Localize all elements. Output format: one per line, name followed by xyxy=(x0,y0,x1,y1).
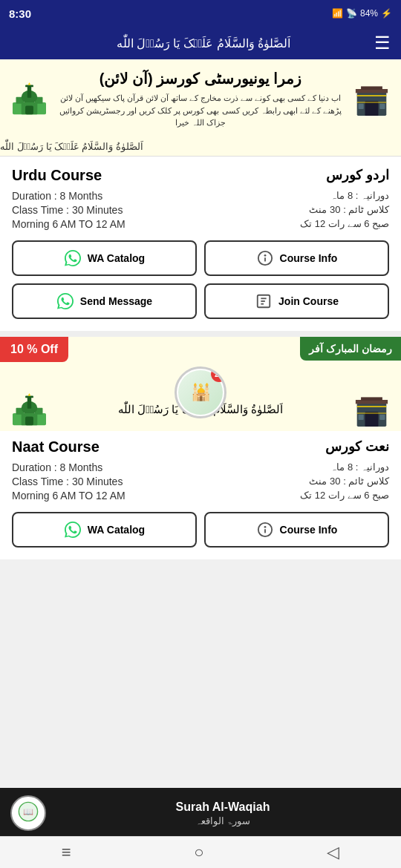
naat-whatsapp-icon xyxy=(64,521,82,539)
nav-menu-icon[interactable]: ≡ xyxy=(62,843,71,862)
svg-rect-8 xyxy=(25,106,33,115)
svg-rect-5 xyxy=(25,85,33,88)
player-title: Surah Al-Waqiah xyxy=(55,800,391,814)
naat-course-title-ur: نعت کورس xyxy=(325,438,389,455)
svg-rect-39 xyxy=(359,414,364,419)
app-header: اَلصَّلوٰةُ وَالسَّلَامُ عَلَیۡکَ یَا رَ… xyxy=(0,27,401,59)
university-title: زمرا یونیورسٹی کورسز (آن لائن) xyxy=(50,70,351,88)
discount-badge: 10 % Off xyxy=(0,337,68,362)
urdu-course-title-ur: اردو کورس xyxy=(326,167,389,183)
status-bar: 8:30 📶 📡 84% ⚡ xyxy=(0,0,401,27)
mosque-left-icon xyxy=(9,82,50,116)
battery-icon: 84% xyxy=(360,8,378,19)
whatsapp-send-icon xyxy=(56,292,74,310)
urdu-join-course-label: Join Course xyxy=(278,295,339,307)
urdu-wa-catalog-label: WA Catalog xyxy=(88,252,145,264)
urdu-join-course-button[interactable]: Join Course xyxy=(204,283,389,319)
charging-icon: ⚡ xyxy=(381,8,392,19)
urdu-send-message-button[interactable]: Send Message xyxy=(12,283,197,319)
naat-course-duration-ur: دورانیہ : 8 ماہ xyxy=(330,461,389,473)
naat-course-classtime-ur: کلاس ٹائم : 30 منٹ xyxy=(309,476,389,487)
naat-course-timing-en: Morning 6 AM TO 12 AM xyxy=(12,490,125,502)
player-subtitle: سورۃ الواقعہ xyxy=(55,815,391,826)
info-icon xyxy=(256,249,274,267)
svg-rect-4 xyxy=(27,86,31,98)
menu-icon[interactable]: ☰ xyxy=(374,33,391,53)
whatsapp-icon xyxy=(64,249,82,267)
svg-rect-12 xyxy=(361,87,382,91)
scroll-band-text: اَلصَّلوٰةُ وَالسَّلَامُ عَلَیۡکَ یَا رَ… xyxy=(0,141,143,152)
urdu-course-timing-ur: صبح 6 سے رات 12 تک xyxy=(300,218,389,230)
svg-rect-32 xyxy=(25,416,33,425)
svg-rect-36 xyxy=(361,397,382,401)
naat-course-classtime-en: Class Time : 30 Minutes xyxy=(12,476,123,487)
nav-home-icon[interactable]: ○ xyxy=(194,843,203,862)
naat-course-buttons: WA Catalog Course Info xyxy=(12,512,389,548)
naat-wa-catalog-label: WA Catalog xyxy=(88,524,145,536)
scroll-band: اَلصَّلوٰةُ وَالسَّلَامُ عَلَیۡکَ یَا رَ… xyxy=(0,137,401,157)
svg-text:📖: 📖 xyxy=(23,806,33,817)
status-icons: 📶 📡 84% ⚡ xyxy=(332,8,392,19)
naat-course-title-en: Naat Course xyxy=(12,438,100,456)
player-info: Surah Al-Waqiah سورۃ الواقعہ xyxy=(55,800,391,826)
svg-rect-34 xyxy=(365,412,379,427)
naat-mosque-right-icon xyxy=(351,393,392,427)
svg-rect-40 xyxy=(379,414,385,419)
urdu-course-classtime-ur: کلاس ٹائم : 30 منٹ xyxy=(309,204,389,216)
wifi-icon: 📡 xyxy=(346,8,357,19)
svg-rect-15 xyxy=(359,104,364,109)
bottom-player[interactable]: 📖 Surah Al-Waqiah سورۃ الواقعہ xyxy=(0,788,401,838)
naat-course-duration-en: Duration : 8 Months xyxy=(12,461,102,473)
svg-rect-10 xyxy=(365,101,379,116)
urdu-course-duration-en: Duration : 8 Months xyxy=(12,190,102,202)
urdu-wa-catalog-button[interactable]: WA Catalog xyxy=(12,240,197,276)
svg-rect-28 xyxy=(27,396,31,408)
signal-icon: 📶 xyxy=(332,8,343,19)
join-icon xyxy=(255,292,273,310)
notification-count: 29 xyxy=(211,366,226,382)
urdu-course-duration-ur: دورانیہ : 8 ماہ xyxy=(330,190,389,202)
urdu-course-classtime-en: Class Time : 30 Minutes xyxy=(12,204,123,216)
header-arabic-text: اَلصَّلوٰةُ وَالسَّلَامُ عَلَیۡکَ یَا رَ… xyxy=(33,36,374,50)
player-thumbnail: 📖 xyxy=(10,795,46,831)
naat-course-info-label: Course Info xyxy=(280,524,338,536)
svg-rect-29 xyxy=(25,395,33,398)
urdu-course-buttons: WA Catalog Course Info Send Message xyxy=(12,240,389,319)
yellow-section: زمرا یونیورسٹی کورسز (آن لائن) اب دنیا ک… xyxy=(0,59,401,137)
mosque-right-icon xyxy=(351,82,392,116)
svg-rect-16 xyxy=(379,104,385,109)
urdu-send-message-label: Send Message xyxy=(80,295,152,307)
center-badge: 🕌 29 xyxy=(175,366,226,418)
urdu-course-info-label: Course Info xyxy=(280,252,338,264)
status-time: 8:30 xyxy=(9,7,31,20)
naat-info-icon xyxy=(256,521,274,539)
urdu-course-timing-en: Morning 6 AM TO 12 AM xyxy=(12,218,125,230)
svg-marker-30 xyxy=(28,393,31,396)
bottom-nav: ≡ ○ ◁ xyxy=(0,836,401,868)
naat-course-card: Naat Course نعت کورس Duration : 8 Months… xyxy=(0,431,401,559)
course-badge-image: 🕌 29 xyxy=(175,366,226,418)
player-icon: 📖 xyxy=(18,801,39,826)
subtitle-line1: اب دنیا کے کسی بھی کونے سے ذرت مخارج کے … xyxy=(50,92,351,105)
ramadan-badge: رمضان المبارک آفر xyxy=(300,337,401,361)
svg-marker-6 xyxy=(28,82,31,85)
nav-back-icon[interactable]: ◁ xyxy=(327,843,339,862)
naat-course-wrapper: 10 % Off رمضان المبارک آفر 🕌 29 xyxy=(0,337,401,559)
urdu-course-info-button[interactable]: Course Info xyxy=(204,240,389,276)
naat-mosque-left-icon xyxy=(9,393,50,427)
subtitle-line2: پڑھنے کے لئے ابھی رابطہ کریں کسی بھی کور… xyxy=(50,105,351,129)
naat-course-info-button[interactable]: Course Info xyxy=(204,512,389,548)
naat-course-timing-ur: صبح 6 سے رات 12 تک xyxy=(300,490,389,502)
naat-wa-catalog-button[interactable]: WA Catalog xyxy=(12,512,197,548)
urdu-course-card: Urdu Course اردو کورس Duration : 8 Month… xyxy=(0,157,401,337)
urdu-course-title-en: Urdu Course xyxy=(12,167,102,184)
